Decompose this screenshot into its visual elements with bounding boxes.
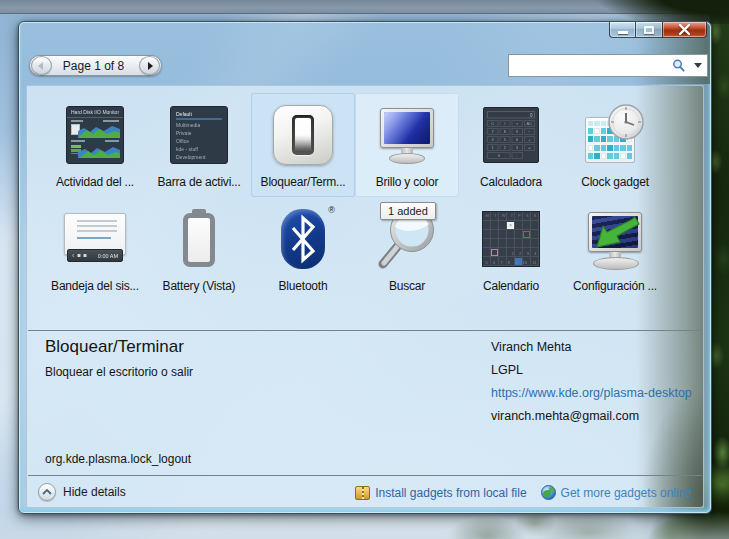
added-tooltip: 1 added — [380, 202, 436, 220]
gadget-cell-disk-activity[interactable]: Hard Disk I/O Monitor — [43, 93, 147, 197]
gadget-label: Bloquear/Term... — [261, 175, 346, 189]
gadget-label: Clock gadget — [581, 175, 649, 189]
calendar-icon: MTWTFSS × 1234 567891011 — [479, 207, 543, 271]
gadget-cell-calculator[interactable]: 0 C / × AC 7 8 9 − 4 5 — [459, 93, 563, 197]
activity-bar-icon: Default Multimedia Private Office kde - … — [167, 103, 231, 167]
gadget-cell-brightness-color[interactable]: Brillo y color — [355, 93, 459, 197]
clock-calendar-icon — [583, 103, 647, 167]
gadget-label: Calculadora — [480, 175, 542, 189]
gadget-label: Bluetooth — [279, 279, 328, 293]
gadget-cell-activity-bar[interactable]: Default Multimedia Private Office kde - … — [147, 93, 251, 197]
gadget-cell-config[interactable]: Configuración ... — [563, 197, 667, 301]
install-gadgets-link[interactable]: Install gadgets from local file — [375, 486, 526, 500]
gadget-panel: Hard Disk I/O Monitor — [26, 85, 704, 508]
gadget-label: Configuración ... — [573, 279, 657, 293]
gadget-label: Battery (Vista) — [163, 279, 236, 293]
get-more-gadgets-link[interactable]: Get more gadgets online — [561, 486, 692, 500]
install-file-icon — [355, 486, 370, 500]
details-description: Bloquear el escritorio o salir — [45, 365, 193, 379]
hide-details-button[interactable]: Hide details — [38, 483, 126, 501]
gadget-label: Buscar — [389, 279, 425, 293]
gadget-cell-lock-logout[interactable]: Bloquear/Term... — [251, 93, 355, 197]
next-page-button[interactable] — [139, 56, 160, 75]
details-plugin-id: org.kde.plasma.lock_logout — [45, 452, 191, 466]
details-website-link[interactable]: https://www.kde.org/plasma-desktop — [491, 382, 692, 405]
close-button[interactable] — [662, 22, 707, 38]
gadget-label: Bandeja del sis... — [51, 279, 139, 293]
page-navigation: Page 1 of 8 — [29, 55, 162, 76]
footer-links: Install gadgets from local file Get more… — [355, 485, 692, 500]
globe-icon — [541, 485, 556, 500]
minimize-icon — [618, 31, 628, 34]
gadget-label: Actividad del ... — [56, 175, 134, 189]
details-author: Viranch Mehta — [491, 336, 692, 359]
footer-divider — [28, 475, 702, 476]
maximize-button[interactable] — [636, 22, 662, 38]
gadget-label: Calendario — [483, 279, 539, 293]
gadget-cell-system-tray[interactable]: ‹ 0:00 AM Bandeja del sis... — [43, 197, 147, 301]
arrow-left-icon — [38, 62, 43, 70]
gadget-cell-bluetooth[interactable]: ® Bluetooth — [251, 197, 355, 301]
gadget-cell-battery[interactable]: Battery (Vista) — [147, 197, 251, 301]
gadget-label: Barra de activi... — [157, 175, 240, 189]
disk-activity-icon: Hard Disk I/O Monitor — [63, 103, 127, 167]
details-license: LGPL — [491, 359, 692, 382]
bottom-mist — [0, 512, 729, 539]
details-author-block: Viranch Mehta LGPL https://www.kde.org/p… — [491, 336, 692, 428]
window-controls — [609, 22, 707, 38]
arrow-right-icon — [148, 62, 153, 70]
previous-page-button[interactable] — [31, 56, 52, 75]
lock-logout-icon — [271, 103, 335, 167]
search-icon — [671, 58, 686, 73]
system-tray-icon: ‹ 0:00 AM — [63, 207, 127, 271]
search-input[interactable] — [509, 55, 671, 76]
close-icon — [678, 24, 691, 35]
monitor-config-icon — [583, 207, 647, 271]
details-email: viranch.mehta@gmail.com — [491, 405, 692, 428]
calculator-icon: 0 C / × AC 7 8 9 − 4 5 — [479, 103, 543, 167]
details-divider — [28, 330, 702, 331]
gadget-cell-clock[interactable]: Clock gadget — [563, 93, 667, 197]
battery-icon — [167, 207, 231, 271]
details-title: Bloquear/Terminar — [45, 337, 184, 357]
maximize-icon — [644, 26, 654, 34]
gadget-cell-calendar[interactable]: MTWTFSS × 1234 567891011 Calendario — [459, 197, 563, 301]
collapse-icon — [38, 483, 56, 501]
gadget-label: Brillo y color — [376, 175, 439, 189]
gadget-gallery-window: Page 1 of 8 Hard Disk I/O Monitor — [18, 21, 712, 514]
monitor-brightness-icon — [375, 103, 439, 167]
search-box — [508, 54, 708, 77]
tray-chevron: ‹ — [72, 252, 74, 259]
search-options-dropdown[interactable] — [691, 55, 705, 76]
chevron-down-icon — [694, 63, 702, 68]
bluetooth-icon: ® — [271, 207, 335, 271]
minimize-button[interactable] — [609, 22, 636, 38]
